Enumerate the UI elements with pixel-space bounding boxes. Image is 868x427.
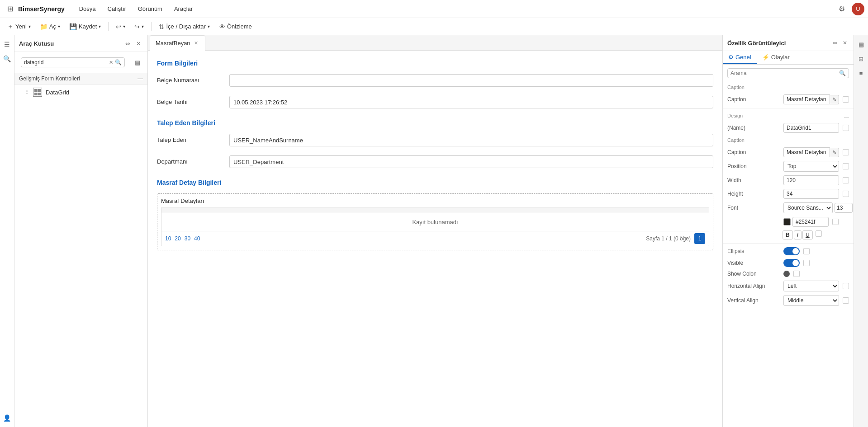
- v-align-checkbox[interactable]: [843, 297, 849, 304]
- category-title: Gelişmiş Form Kontrolleri: [19, 75, 80, 82]
- input-belge-numarasi[interactable]: [229, 74, 713, 87]
- bold-button[interactable]: B: [783, 230, 793, 239]
- color-hex-input[interactable]: [792, 217, 829, 227]
- height-input[interactable]: [783, 189, 839, 199]
- left-strip-icon-1[interactable]: ☰: [2, 39, 13, 50]
- top-bar: ⊞ BimserSynergy Dosya Çalıştır Görünüm A…: [0, 0, 868, 18]
- ellipsis-checkbox[interactable]: [803, 248, 810, 254]
- name-input[interactable]: [783, 123, 839, 133]
- underline-button[interactable]: U: [802, 230, 813, 239]
- caption-input-top[interactable]: [783, 94, 830, 104]
- save-button[interactable]: 💾 Kaydet ▾: [66, 21, 104, 32]
- input-departman[interactable]: [229, 155, 713, 168]
- right-strip-icon-1[interactable]: ▤: [856, 39, 867, 50]
- separator-2: [151, 22, 152, 31]
- panel-section-design: Design —: [723, 110, 854, 121]
- tab-bar: MasrafBeyan ✕: [148, 35, 722, 51]
- design-label: Design: [727, 113, 743, 118]
- color-swatch[interactable]: [783, 218, 791, 225]
- caption2-checkbox[interactable]: [843, 149, 849, 155]
- label-ellipsis: Ellipsis: [727, 248, 782, 254]
- format-buttons: B I U: [723, 229, 854, 241]
- panel-close-icon[interactable]: ✕: [841, 39, 849, 47]
- redo-button[interactable]: ↪ ▾: [131, 21, 147, 32]
- undo-button[interactable]: ↩ ▾: [112, 21, 129, 32]
- font-family-select[interactable]: Source Sans...: [783, 202, 833, 213]
- right-strip-icon-2[interactable]: ⊞: [856, 53, 867, 64]
- sidebar-item-datagrid[interactable]: ⠿ DataGrid: [14, 85, 147, 99]
- sidebar-item-label: DataGrid: [46, 89, 69, 96]
- search-icon[interactable]: 🔍: [115, 59, 122, 66]
- name-checkbox[interactable]: [843, 125, 849, 131]
- label-belge-tarihi: Belge Tarihi: [157, 96, 229, 105]
- right-strip-icon-3[interactable]: ≡: [856, 68, 867, 79]
- width-checkbox[interactable]: [843, 177, 849, 183]
- page-size-30[interactable]: 30: [185, 235, 190, 242]
- category-header[interactable]: Gelişmiş Form Kontrolleri —: [14, 73, 147, 85]
- show-colon-toggle[interactable]: [783, 271, 790, 277]
- font-size-input[interactable]: [835, 203, 853, 213]
- v-align-select[interactable]: Middle Top Bottom: [783, 295, 839, 306]
- import-export-button[interactable]: ⇅ İçe / Dışa aktar ▾: [155, 21, 213, 32]
- caption2-edit-btn[interactable]: ✎: [830, 148, 839, 157]
- italic-button[interactable]: I: [794, 230, 802, 239]
- caption2-input-group: ✎: [783, 147, 839, 157]
- page-size-40[interactable]: 40: [194, 235, 200, 242]
- visible-toggle[interactable]: [783, 259, 800, 267]
- search-input[interactable]: [24, 59, 107, 66]
- center-content: MasrafBeyan ✕ Form Bilgileri Belge Numar…: [148, 35, 722, 427]
- input-belge-tarihi[interactable]: [229, 96, 713, 108]
- search-clear-icon[interactable]: ✕: [109, 60, 113, 66]
- tab-masrafbeyan[interactable]: MasrafBeyan ✕: [150, 35, 205, 51]
- sidebar-title: Araç Kutusu: [19, 40, 54, 47]
- menu-dosya[interactable]: Dosya: [74, 4, 101, 14]
- sidebar-layout-icon[interactable]: ▤: [132, 57, 143, 68]
- caption-checkbox-top[interactable]: [843, 96, 849, 103]
- label-caption2: Caption: [727, 149, 782, 155]
- design-collapse-icon[interactable]: —: [844, 114, 849, 119]
- label-width: Width: [727, 177, 782, 183]
- panel-tab-genel[interactable]: ⚙ Genel: [723, 51, 757, 64]
- preview-button[interactable]: 👁 Önizleme: [215, 21, 256, 32]
- sidebar-close-icon[interactable]: ✕: [134, 39, 143, 48]
- app-grid-icon[interactable]: ⊞: [4, 3, 16, 15]
- width-input[interactable]: [783, 175, 839, 185]
- menu-araclar[interactable]: Araçlar: [169, 4, 198, 14]
- format-checkbox[interactable]: [816, 230, 822, 237]
- panel-tab-olaylar[interactable]: ⚡ Olaylar: [757, 51, 795, 64]
- menu-calistir[interactable]: Çalıştır: [102, 4, 132, 14]
- visible-checkbox[interactable]: [803, 260, 810, 266]
- show-colon-checkbox[interactable]: [793, 271, 800, 277]
- page-size-20[interactable]: 20: [175, 235, 180, 242]
- page-size-10[interactable]: 10: [165, 235, 171, 242]
- panel-row-visible: Visible: [723, 257, 854, 269]
- position-select[interactable]: Top Left Right Bottom: [783, 161, 839, 172]
- left-strip-icon-2[interactable]: 🔍: [2, 53, 13, 64]
- ellipsis-toggle[interactable]: [783, 247, 800, 255]
- category-collapse-icon[interactable]: —: [138, 75, 143, 82]
- settings-icon[interactable]: ⚙: [835, 3, 848, 15]
- menu-gorunum[interactable]: Görünüm: [133, 4, 168, 14]
- caption-edit-btn-top[interactable]: ✎: [830, 95, 839, 104]
- h-align-checkbox[interactable]: [843, 283, 849, 289]
- tab-close-icon[interactable]: ✕: [193, 40, 199, 46]
- user-avatar[interactable]: U: [852, 3, 864, 15]
- new-button[interactable]: ＋ Yeni ▾: [4, 21, 34, 33]
- panel-pin-icon[interactable]: ⇔: [831, 39, 839, 47]
- caption2-input[interactable]: [783, 147, 830, 157]
- save-icon: 💾: [69, 23, 77, 30]
- panel-search-input[interactable]: [730, 70, 837, 76]
- input-talep-eden[interactable]: [229, 134, 713, 146]
- page-number[interactable]: 1: [694, 233, 705, 244]
- position-checkbox[interactable]: [843, 163, 849, 169]
- h-align-select[interactable]: Left Center Right: [783, 281, 839, 291]
- form-row-belge-numarasi: Belge Numarası: [157, 74, 713, 87]
- label-belge-numarasi: Belge Numarası: [157, 74, 229, 84]
- color-checkbox[interactable]: [832, 219, 839, 225]
- section-title-form-bilgileri: Form Bilgileri: [157, 60, 713, 67]
- panel-search-icon[interactable]: 🔍: [839, 70, 846, 76]
- sidebar-pin-icon[interactable]: ⇔: [123, 39, 132, 48]
- left-strip-icon-3[interactable]: 👤: [2, 413, 13, 423]
- height-checkbox[interactable]: [843, 191, 849, 197]
- open-button[interactable]: 📁 Aç ▾: [36, 21, 64, 32]
